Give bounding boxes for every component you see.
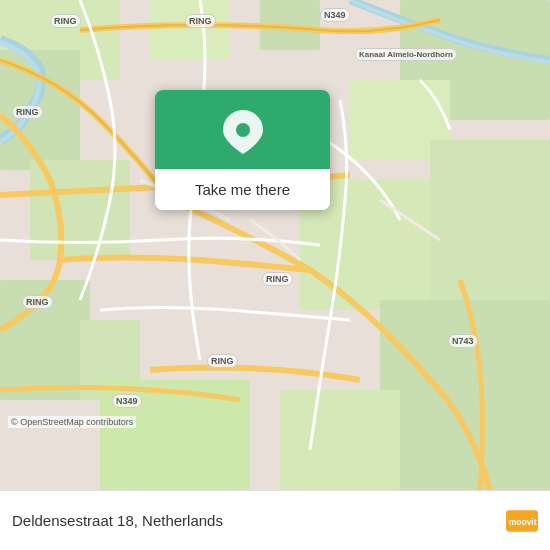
kanal-label: Kanaal Almelo-Nordhorn	[355, 48, 457, 61]
popup-card: Take me there	[155, 90, 330, 210]
svg-rect-13	[150, 0, 230, 60]
take-me-there-button[interactable]: Take me there	[155, 169, 330, 210]
ring-label-2: RING	[185, 14, 216, 28]
n743-label: N743	[448, 334, 478, 348]
ring-label-4: RING	[262, 272, 293, 286]
location-pin	[221, 110, 265, 154]
svg-text:moovit: moovit	[509, 517, 537, 527]
map-container: RING RING N349 RING RING RING RING N349 …	[0, 0, 550, 490]
svg-point-15	[236, 123, 250, 137]
moovit-logo: moovit	[506, 505, 538, 537]
svg-rect-10	[380, 300, 550, 490]
popup-header	[155, 90, 330, 169]
ring-label-6: RING	[207, 354, 238, 368]
footer-address: Deldensestraat 18, Netherlands	[12, 512, 223, 529]
svg-rect-12	[280, 390, 400, 490]
osm-credit: © OpenStreetMap contributors	[8, 416, 136, 428]
ring-label-3: RING	[12, 105, 43, 119]
footer-bar: Deldensestraat 18, Netherlands moovit	[0, 490, 550, 550]
ring-label-5: RING	[22, 295, 53, 309]
n349-label-bot: N349	[112, 394, 142, 408]
ring-label-1: RING	[50, 14, 81, 28]
n349-label-top: N349	[320, 8, 350, 22]
